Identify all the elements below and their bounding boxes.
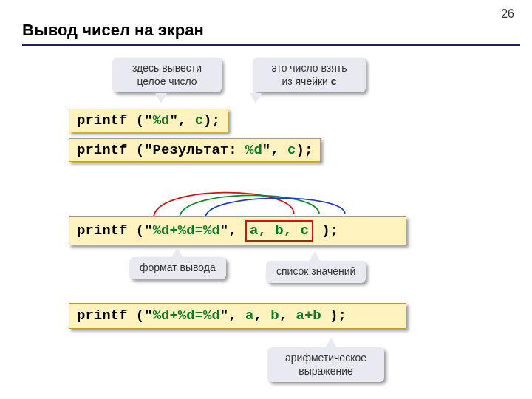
code-text: ", xyxy=(220,222,245,239)
callout-text: формат вывода xyxy=(140,262,216,273)
code-format: %d xyxy=(245,142,262,158)
code-line-2: printf ("Результат: %d", c); xyxy=(69,138,321,162)
code-text: printf (" xyxy=(77,222,153,239)
callout-tail-icon xyxy=(250,93,262,103)
code-text: printf (" xyxy=(77,112,153,129)
code-text: ); xyxy=(203,112,220,129)
callout-arith-expr: арифметическое выражение xyxy=(267,347,384,382)
code-text: printf (" xyxy=(77,307,153,324)
callout-tail-icon xyxy=(155,93,167,103)
code-values-box: a, b, c xyxy=(245,220,313,242)
callout-from-cell: это число взять из ячейки c xyxy=(253,58,366,92)
code-text: ); xyxy=(321,307,347,324)
callout-values-list: список значений xyxy=(266,261,366,283)
callout-tail-icon xyxy=(171,248,183,258)
code-var: a xyxy=(245,307,253,324)
code-text: ); xyxy=(313,222,338,239)
code-text: ", xyxy=(262,142,287,158)
code-var: b xyxy=(270,307,279,324)
page-number: 26 xyxy=(501,7,514,21)
code-text: , xyxy=(279,307,296,324)
code-text: ", xyxy=(220,307,245,324)
callout-tail-icon xyxy=(309,251,321,262)
code-var: c xyxy=(195,112,203,129)
code-format: %d+%d=%d xyxy=(153,307,220,324)
code-var: c xyxy=(287,142,296,158)
code-line-3: printf ("%d+%d=%d", a, b, c ); xyxy=(69,216,406,245)
callout-text: арифметическое выражение xyxy=(285,352,366,377)
code-text: ", xyxy=(169,112,194,129)
callout-output-integer: здесь вывести целое число xyxy=(112,58,222,92)
code-text: printf ("Результат: xyxy=(77,142,245,158)
page-title: Вывод чисел на экран xyxy=(22,21,204,40)
title-underline xyxy=(22,44,520,46)
code-line-1: printf ("%d", c); xyxy=(69,109,228,132)
connector-arcs xyxy=(66,174,406,222)
callout-text: здесь вывести целое число xyxy=(132,62,202,87)
code-format: %d xyxy=(153,112,170,129)
code-line-4: printf ("%d+%d=%d", a, b, a+b ); xyxy=(69,303,406,329)
callout-text: список значений xyxy=(276,265,355,277)
callout-tail-icon xyxy=(325,338,337,348)
code-text: , xyxy=(253,307,270,324)
code-format: %d+%d=%d xyxy=(153,222,220,239)
callout-format: формат вывода xyxy=(129,257,226,279)
code-expr: a+b xyxy=(296,307,321,324)
callout-bold: c xyxy=(331,75,337,87)
code-text: ); xyxy=(296,142,313,158)
